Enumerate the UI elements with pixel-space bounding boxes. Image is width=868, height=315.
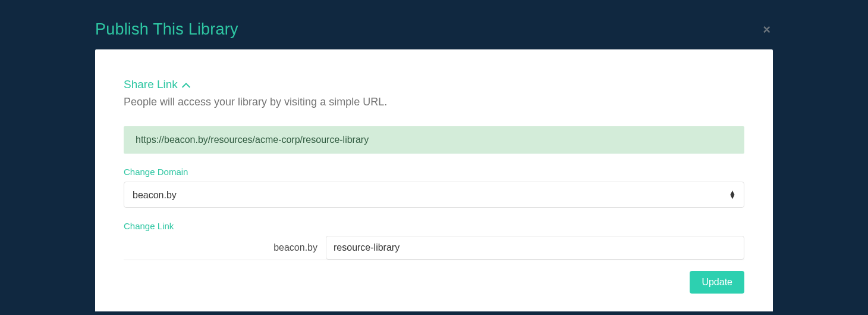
update-button[interactable]: Update [690, 271, 744, 294]
share-url-display[interactable]: https://beacon.by/resources/acme-corp/re… [124, 126, 744, 154]
modal-header: Publish This Library × [95, 20, 773, 49]
change-link-label: Change Link [124, 221, 744, 231]
link-row: beacon.by [124, 236, 744, 260]
share-link-toggle[interactable]: Share Link [124, 78, 744, 91]
modal-body: Share Link People will access your libra… [95, 49, 773, 311]
link-prefix: beacon.by [124, 236, 326, 260]
chevron-up-icon [183, 82, 190, 89]
actions-row: Update [124, 271, 744, 294]
change-domain-label: Change Domain [124, 167, 744, 177]
share-link-description: People will access your library by visit… [124, 96, 744, 108]
domain-select[interactable]: beacon.by [124, 182, 744, 208]
link-slug-input[interactable] [326, 236, 744, 260]
publish-modal: Publish This Library × Share Link People… [95, 0, 773, 311]
share-link-heading: Share Link [124, 78, 178, 91]
close-icon: × [763, 22, 770, 37]
domain-select-wrap: beacon.by ▲▼ [124, 182, 744, 208]
modal-title: Publish This Library [95, 20, 238, 39]
close-button[interactable]: × [760, 23, 773, 36]
